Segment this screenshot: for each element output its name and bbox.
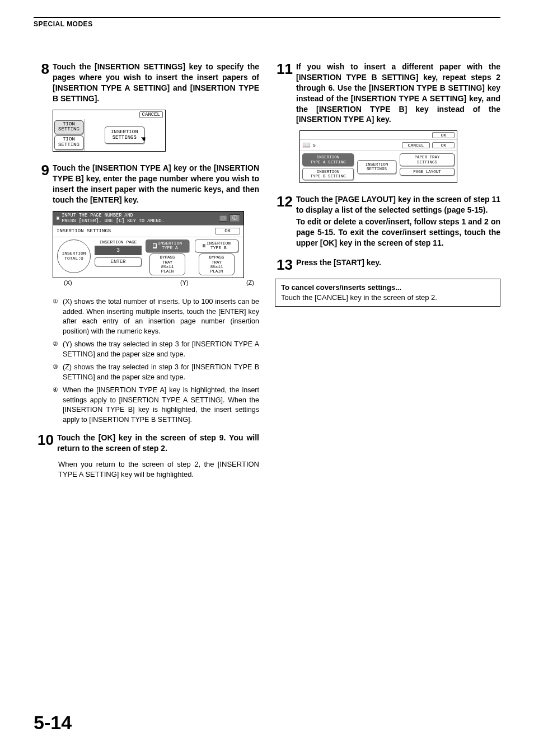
step9-list: ① (X) shows the total number of inserts.…	[53, 297, 259, 425]
header-rule	[34, 17, 500, 18]
page-layout-button[interactable]: PAGE LAYOUT	[400, 168, 455, 176]
insertion-settings-button[interactable]: INSERTION SETTINGS	[105, 126, 144, 144]
callout-z: (Z)	[246, 279, 254, 286]
figure-step8: CANCEL TION SETTING TION SETTING	[53, 110, 259, 152]
page-number-field[interactable]: 3	[95, 246, 142, 255]
list-item: ③ (Z) shows the tray selected in step 3 …	[53, 363, 259, 382]
cancel-note-box: To cancel covers/inserts settings... Tou…	[275, 279, 500, 307]
list-item: ① (X) shows the total number of inserts.…	[53, 297, 259, 336]
enter-button[interactable]: ENTER	[95, 257, 142, 266]
list-item: ② (Y) shows the tray selected in step 3 …	[53, 340, 259, 359]
type-a-setting-button[interactable]: TION SETTING	[54, 120, 83, 135]
list-item: ④ When the [INSERTION TYPE A] key is hig…	[53, 386, 259, 425]
figure-callouts: (X) (Y) (Z)	[53, 278, 265, 286]
callout-x: (X)	[64, 279, 72, 286]
ok-button[interactable]: OK	[432, 142, 455, 148]
note-body: Touch the [CANCEL] key in the screen of …	[281, 293, 494, 303]
ok-top-button[interactable]: OK	[432, 132, 455, 138]
insertion-total-indicator: INSERTION TOTAL:0	[57, 240, 91, 273]
left-column: 8 Touch the [INSERTION SETTINGS] key to …	[34, 62, 259, 479]
prompt-line2: PRESS [ENTER]. USE [C] KEY TO AMEND.	[62, 218, 165, 224]
step-title: Touch the [PAGE LAYOUT] key in the scree…	[296, 194, 500, 215]
step-12: 12 Touch the [PAGE LAYOUT] key in the sc…	[275, 194, 500, 248]
list-number: ①	[53, 297, 63, 306]
list-number: ④	[53, 386, 63, 394]
callout-y: (Y)	[180, 279, 189, 286]
prompt-line1: INPUT THE PAGE NUMBER AND	[62, 213, 133, 218]
step-number: 8	[34, 62, 49, 76]
info-icon: ⓘ	[229, 214, 240, 222]
type-a-setting-button[interactable]: INSERTION TYPE A SETTING	[302, 153, 354, 166]
list-text: (Z) shows the tray selected in step 3 fo…	[63, 363, 259, 382]
list-text: (X) shows the total number of inserts. U…	[63, 297, 259, 336]
tray-a-info: BYPASS TRAY 8½x11 PLAIN	[149, 253, 185, 275]
content-columns: 8 Touch the [INSERTION SETTINGS] key to …	[34, 62, 500, 479]
step-13: 13 Press the [START] key.	[275, 257, 500, 272]
cancel-button[interactable]: CANCEL	[139, 111, 163, 118]
step-title: Touch the [OK] key in the screen of step…	[57, 433, 259, 454]
step-number: 11	[275, 62, 293, 76]
step10-body: When you return to the screen of step 2,…	[58, 459, 259, 479]
prompt-icon: ▣	[57, 215, 59, 221]
step-10: 10 Touch the [OK] key in the screen of s…	[34, 433, 259, 454]
figure-step11: OK 📖 S CANCEL OK INSERTION TYPE A SETTIN…	[299, 130, 500, 183]
ok-button[interactable]: OK	[215, 228, 240, 234]
step-11: 11 If you wish to insert a different pap…	[275, 62, 500, 125]
insertion-settings-button[interactable]: INSERTION SETTINGS	[357, 160, 396, 174]
step-number: 9	[34, 163, 49, 177]
cancel-button[interactable]: CANCEL	[402, 142, 430, 148]
page-header: SPECIAL MODES	[34, 20, 500, 28]
right-column: 11 If you wish to insert a different pap…	[275, 62, 500, 479]
step-title: Touch the [INSERTION TYPE A] key or the …	[53, 163, 259, 205]
panel-label: S	[313, 143, 400, 148]
type-b-setting-button[interactable]: TION SETTING	[54, 135, 83, 150]
sheet-icon: ▥	[153, 243, 157, 248]
page-number: 5-14	[34, 712, 72, 734]
label: SETTING	[56, 127, 82, 133]
step-body: To edit or delete a cover/insert, follow…	[296, 217, 500, 248]
label: INSERTION TYPE B	[207, 241, 231, 251]
panel-title: INSERTION SETTINGS	[57, 228, 215, 234]
list-text: (Y) shows the tray selected in step 3 fo…	[63, 340, 259, 359]
type-b-setting-button[interactable]: INSERTION TYPE B SETTING	[302, 168, 354, 181]
label: SETTING	[56, 143, 82, 148]
hand-pointer-icon: ☚	[141, 134, 146, 144]
list-number: ②	[53, 340, 63, 348]
step-title: Touch the [INSERTION SETTINGS] key to sp…	[53, 62, 259, 104]
list-number: ③	[53, 363, 63, 371]
list-text: When the [INSERTION TYPE A] key is highl…	[63, 386, 259, 425]
step-number: 13	[275, 257, 293, 272]
tray-b-info: BYPASS TRAY 8½x11 PLAIN	[199, 253, 235, 275]
step-8: 8 Touch the [INSERTION SETTINGS] key to …	[34, 62, 259, 104]
step-9: 9 Touch the [INSERTION TYPE A] key or th…	[34, 163, 259, 205]
note-title: To cancel covers/inserts settings...	[281, 283, 494, 293]
insertion-type-a-button[interactable]: ▥ INSERTION TYPE A	[146, 240, 189, 253]
insertion-type-b-button[interactable]: ▥ INSERTION TYPE B	[195, 240, 238, 253]
step-number: 10	[34, 433, 54, 447]
sheet-icon: ▥	[203, 243, 205, 248]
book-icon: 📖	[302, 141, 311, 149]
step-number: 12	[275, 194, 293, 209]
paper-tray-settings-button[interactable]: PAPER TRAY SETTINGS	[400, 153, 455, 166]
insertion-page-label: INSERTION PAGE	[95, 240, 142, 245]
step-title: If you wish to insert a different paper …	[296, 62, 500, 125]
figure-step9: ▣ INPUT THE PAGE NUMBER AND PRESS [ENTER…	[53, 211, 259, 287]
step-title: Press the [START] key.	[296, 257, 381, 268]
label: INSERTION TYPE A	[158, 241, 182, 251]
status-icon: □	[219, 215, 227, 222]
